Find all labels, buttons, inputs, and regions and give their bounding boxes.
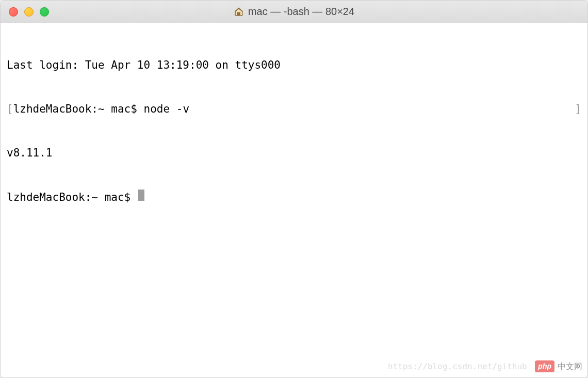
terminal-line: v8.11.1 [7, 146, 581, 160]
titlebar[interactable]: mac — -bash — 80×24 [1, 1, 587, 23]
terminal-line: [lzhdeMacBook:~ mac$ node -v] [7, 102, 581, 116]
window-title-area: mac — -bash — 80×24 [234, 6, 354, 18]
php-badge-icon: php [535, 360, 554, 372]
watermark-url: https://blog.csdn.net/github_ [388, 361, 532, 372]
terminal-body[interactable]: Last login: Tue Apr 10 13:19:00 on ttys0… [1, 23, 587, 377]
svg-rect-0 [238, 12, 240, 15]
output-text: v8.11.1 [7, 146, 53, 160]
maximize-button[interactable] [40, 7, 49, 17]
prompt-text: lzhdeMacBook:~ mac$ [7, 190, 137, 204]
prompt-text: lzhdeMacBook:~ mac$ [13, 102, 144, 116]
terminal-line: Last login: Tue Apr 10 13:19:00 on ttys0… [7, 58, 581, 72]
last-login-text: Last login: Tue Apr 10 13:19:00 on ttys0… [7, 58, 281, 72]
watermark-cn: 中文网 [558, 361, 582, 372]
command-text: node -v [144, 102, 190, 116]
watermark: https://blog.csdn.net/github_ php 中文网 [388, 360, 582, 372]
bracket-right: ] [575, 102, 581, 116]
window-title: mac — -bash — 80×24 [248, 6, 354, 18]
cursor [138, 190, 144, 201]
terminal-line: lzhdeMacBook:~ mac$ [7, 190, 581, 204]
home-icon [234, 7, 244, 17]
minimize-button[interactable] [24, 7, 34, 17]
traffic-lights [1, 7, 49, 17]
close-button[interactable] [9, 7, 18, 17]
terminal-window: mac — -bash — 80×24 Last login: Tue Apr … [0, 0, 588, 378]
bracket-left: [ [7, 102, 13, 116]
